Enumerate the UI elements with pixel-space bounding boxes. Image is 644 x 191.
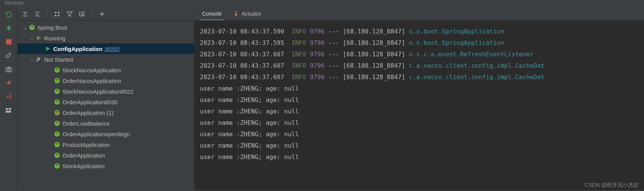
spring-boot-icon [53,120,61,126]
log-line: 2023-07-10 08:43:37.607 INFO 9796 --- [6… [200,60,644,72]
filter-icon[interactable] [66,10,73,18]
tree-node-app[interactable]: OrderApplication8030 [18,97,194,107]
services-tree-panel: ⌄ Spring Boot ⌄ Running ConfigApplicatio… [18,8,194,190]
tree-label: OrderApplication [62,152,105,159]
add-service-icon[interactable] [98,10,106,18]
spring-boot-icon [53,131,61,137]
tree-node-app[interactable]: ProductApplication [18,139,194,150]
stop-icon[interactable] [4,37,13,46]
svg-marker-32 [37,36,41,40]
toolbar-separator [47,10,48,18]
tab-console[interactable]: Console [200,8,224,20]
svg-rect-15 [9,108,11,110]
tree-label: OrderApplicationopenfeign [62,131,130,137]
main-container: ⌄ Spring Boot ⌄ Running ConfigApplicatio… [0,8,644,190]
log-line: user name :ZHENG; age: null [200,129,644,140]
svg-rect-23 [58,12,59,13]
spring-boot-icon [53,163,61,169]
log-line: 2023-07-10 08:43:37.607 INFO 9796 --- [6… [200,49,644,60]
svg-rect-7 [6,39,11,45]
settings-icon[interactable] [4,51,13,60]
tree-node-not-started[interactable]: ⌄ Not Started [18,54,194,65]
console-output[interactable]: 2023-07-10 08:43:37.590 INFO 9796 --- [6… [194,21,644,190]
tree-node-app[interactable]: StockApplication [18,161,194,171]
svg-line-5 [5,29,6,30]
svg-rect-16 [6,111,11,113]
spring-boot-icon [28,24,36,30]
debug-icon[interactable] [4,24,13,33]
tree-label: ConfigApplication [53,46,102,52]
debug-attach-icon[interactable] [4,78,13,88]
tree-label: Spring Boot [37,24,67,31]
spring-boot-icon [53,78,61,84]
spring-boot-icon [53,88,61,94]
running-icon [44,46,52,51]
log-line: user name :ZHENG; age: null [200,106,644,117]
tree-node-spring-boot[interactable]: ⌄ Spring Boot [18,22,194,33]
spring-boot-icon [53,152,61,158]
log-line: user name :ZHENG; age: null [200,117,644,129]
tree-toolbar [18,8,194,21]
svg-rect-14 [6,108,8,110]
svg-point-9 [8,69,10,71]
svg-line-3 [5,27,6,27]
tree-node-app[interactable]: OrderApplicationopenfeign [18,129,194,139]
tree-node-app[interactable]: OrderApplication [18,150,194,161]
svg-rect-21 [55,12,56,13]
svg-point-0 [7,27,10,30]
svg-rect-22 [55,15,56,16]
chevron-down-icon: ⌄ [22,24,28,31]
tree-node-app[interactable]: StockNacosApplication8022 [18,86,194,97]
svg-point-46 [236,11,237,12]
tool-window-title: Services [0,0,644,8]
actuator-icon [233,10,239,18]
expand-all-icon[interactable] [21,10,29,18]
tree-label: OrderLoadbalance [62,120,110,127]
spring-boot-error-icon [53,110,61,116]
tree-label: StockNacosApplication8022 [62,88,134,95]
tab-label: Actuator [241,11,261,17]
rerun-icon[interactable] [4,10,13,19]
exit-icon[interactable] [4,92,13,101]
svg-marker-25 [67,12,72,16]
watermark: CSDN @程序员小杰@ [585,182,639,189]
tree-label: OrderApplication (1) [62,110,113,116]
running-icon [35,35,43,41]
svg-rect-26 [80,12,84,16]
spring-boot-icon [53,142,61,148]
tree-label: Running [44,35,65,41]
svg-line-6 [11,29,12,30]
console-tabs: Console Actuator [194,8,644,21]
log-line: 2023-07-10 08:43:37.590 INFO 9796 --- [6… [200,26,644,37]
log-line: user name :ZHENG; age: null [200,140,644,151]
chevron-down-icon: ⌄ [29,35,35,41]
tree-node-app[interactable]: OrderLoadbalance [18,118,194,129]
camera-icon[interactable] [4,65,13,74]
action-gutter [0,8,18,190]
tree-node-app-error[interactable]: OrderApplication (1) [18,107,194,118]
log-line: user name :ZHENG; age: null [200,94,644,106]
collapse-all-icon[interactable] [33,10,41,18]
layout-icon[interactable] [4,106,13,115]
tree-label: OrderApplication8030 [62,99,118,105]
tree-node-config-application[interactable]: ConfigApplication :8050/ [18,43,194,54]
chevron-down-icon: ⌄ [29,56,35,63]
log-line: user name :ZHENG; age: null [200,83,644,94]
wrench-icon [35,56,43,62]
toolbar-separator [92,10,92,18]
services-tree[interactable]: ⌄ Spring Boot ⌄ Running ConfigApplicatio… [18,21,194,190]
port-link[interactable]: :8050/ [104,46,120,52]
tree-node-app[interactable]: StockNacosApplication [18,65,194,75]
log-line: user name :ZHENG; age: null [200,151,644,163]
tree-label: StockApplication [62,163,105,169]
console-panel: Console Actuator 2023-07-10 08:43:37.590… [194,8,644,190]
group-by-icon[interactable] [54,10,61,18]
tab-actuator[interactable]: Actuator [231,8,263,20]
svg-marker-33 [46,46,50,51]
svg-line-4 [11,27,12,27]
tree-label: StockNacosApplication [62,67,121,73]
tree-node-app[interactable]: OrderNacosApplication [18,75,194,86]
tree-node-running[interactable]: ⌄ Running [18,33,194,43]
tree-label: OrderNacosApplication [62,78,121,84]
open-new-tab-icon[interactable] [78,10,86,18]
